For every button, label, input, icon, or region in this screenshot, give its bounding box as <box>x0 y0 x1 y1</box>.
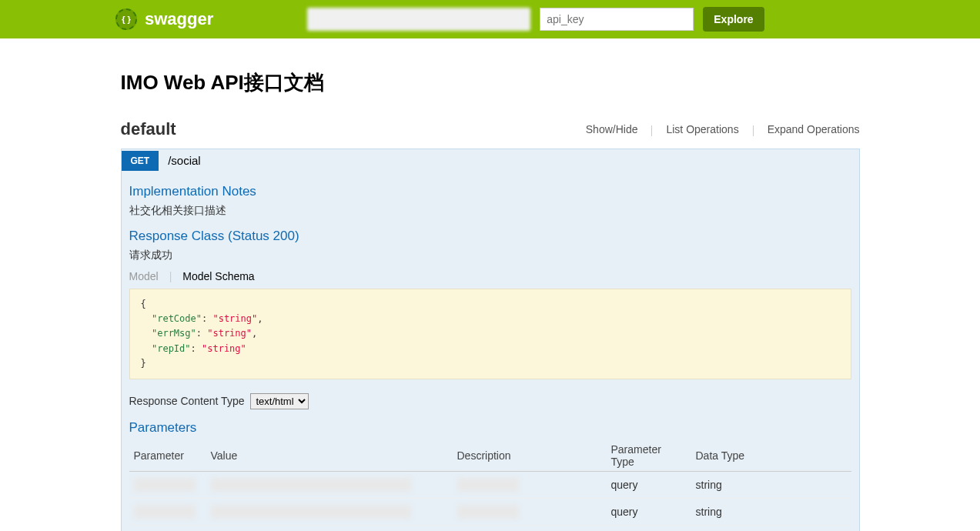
param-desc-redacted <box>457 505 519 519</box>
show-hide-link[interactable]: Show/Hide <box>586 123 638 136</box>
tab-model-schema[interactable]: Model Schema <box>182 270 254 282</box>
resource-header: default Show/Hide List Operations Expand… <box>121 119 860 144</box>
model-tabs: Model | Model Schema <box>129 270 851 282</box>
response-class-heading: Response Class (Status 200) <box>129 229 851 244</box>
response-content-type-label: Response Content Type <box>129 395 245 407</box>
col-parameter-type: Parameter Type <box>607 440 691 472</box>
divider <box>651 125 652 136</box>
data-type-cell: string <box>691 498 851 525</box>
parameters-heading: Parameters <box>129 420 851 436</box>
response-content-type-select[interactable]: text/html <box>250 393 309 409</box>
spec-url-input[interactable] <box>307 8 530 31</box>
page-title: IMO Web API接口文档 <box>121 69 860 96</box>
param-desc-redacted <box>457 478 519 492</box>
main-container: IMO Web API接口文档 default Show/Hide List O… <box>121 38 860 531</box>
logo: { } swagger <box>115 8 213 30</box>
response-content-type-row: Response Content Type text/html <box>129 393 851 409</box>
divider <box>753 125 754 136</box>
operation-path: /social <box>159 149 210 172</box>
operation-body: Implementation Notes 社交化相关接口描述 Response … <box>122 172 859 531</box>
schema-retcode: "string" <box>212 313 257 324</box>
divider: | <box>169 270 172 282</box>
param-type-cell: query <box>607 498 691 525</box>
col-parameter: Parameter <box>129 440 206 472</box>
table-row: query string <box>129 498 851 525</box>
resource-actions: Show/Hide List Operations Expand Operati… <box>586 123 860 136</box>
param-value-input[interactable] <box>211 505 411 519</box>
param-name-redacted <box>134 505 196 519</box>
brand-text: swagger <box>145 9 213 29</box>
tab-model[interactable]: Model <box>129 270 159 282</box>
api-key-input[interactable] <box>540 8 694 31</box>
implementation-notes-text: 社交化相关接口描述 <box>129 204 851 218</box>
data-type-cell: string <box>691 471 851 498</box>
param-type-cell: query <box>607 471 691 498</box>
col-description: Description <box>453 440 607 472</box>
table-row: query string <box>129 471 851 498</box>
swagger-logo-icon: { } <box>115 8 137 30</box>
response-class-desc: 请求成功 <box>129 249 851 262</box>
expand-operations-link[interactable]: Expand Operations <box>768 123 860 136</box>
resource-name[interactable]: default <box>121 119 176 139</box>
schema-errmsg: "string" <box>207 328 252 339</box>
http-method-badge: GET <box>122 151 159 171</box>
param-value-input[interactable] <box>211 478 411 492</box>
operation-panel: GET /social Implementation Notes 社交化相关接口… <box>121 149 860 531</box>
col-data-type: Data Type <box>691 440 851 472</box>
schema-repid: "string" <box>202 343 246 354</box>
parameters-table: Parameter Value Description Parameter Ty… <box>129 440 851 526</box>
list-operations-link[interactable]: List Operations <box>666 123 738 136</box>
col-value: Value <box>206 440 453 472</box>
operation-header[interactable]: GET /social <box>122 149 859 172</box>
explore-button[interactable]: Explore <box>703 7 764 32</box>
model-schema-box[interactable]: { "retCode": "string", "errMsg": "string… <box>129 289 851 379</box>
param-name-redacted <box>134 478 196 492</box>
header-bar: { } swagger Explore <box>0 0 980 38</box>
implementation-notes-heading: Implementation Notes <box>129 184 851 199</box>
